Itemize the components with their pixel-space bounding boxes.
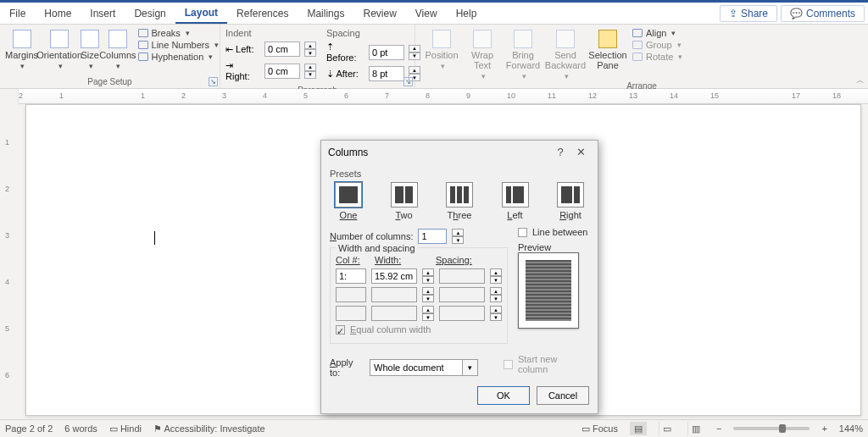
columns-button[interactable]: Columns▾ [99, 26, 136, 70]
spacing-before-input[interactable] [369, 45, 404, 60]
group-paragraph: Indent ⇤ Left:▲▼ ⇥ Right:▲▼ Spacing ⇡ Be… [220, 25, 415, 88]
web-layout-view-icon[interactable]: ▥ [687, 422, 704, 435]
align-button[interactable]: Align▾ [632, 28, 682, 38]
equal-width-label: Equal column width [350, 324, 431, 335]
align-icon [632, 29, 643, 37]
preview-label: Preview [518, 242, 589, 252]
tab-insert[interactable]: Insert [81, 3, 125, 24]
breaks-icon [138, 29, 148, 37]
zoom-out-icon[interactable]: − [716, 423, 721, 434]
indent-left-down[interactable]: ▼ [304, 49, 316, 57]
tab-layout[interactable]: Layout [175, 3, 227, 24]
share-icon: ⇪ [729, 8, 737, 19]
page-setup-dialog-launcher[interactable]: ↘ [209, 77, 218, 86]
width-header: Width: [375, 255, 429, 265]
indent-left-input[interactable] [264, 41, 300, 57]
tab-help[interactable]: Help [447, 3, 487, 24]
width-spacing-group: Width and spacing Col #:Width:Spacing: ▲… [330, 247, 508, 344]
send-backward-button[interactable]: Send Backward▾ [544, 26, 587, 80]
preset-right[interactable]: Right [557, 182, 584, 220]
tab-design[interactable]: Design [125, 3, 175, 24]
num-columns-input[interactable] [418, 229, 447, 244]
presets-label: Presets [330, 169, 589, 179]
indent-left-up[interactable]: ▲ [304, 41, 316, 49]
paragraph-dialog-launcher[interactable]: ↘ [403, 77, 413, 86]
group-button[interactable]: Group▾ [632, 40, 682, 50]
breaks-button[interactable]: Breaks▾ [138, 28, 219, 38]
tab-references[interactable]: References [227, 3, 298, 24]
width-spacing-legend: Width and spacing [336, 243, 418, 253]
tab-file[interactable]: File [0, 3, 35, 24]
page-status[interactable]: Page 2 of 2 [5, 423, 53, 434]
size-button[interactable]: Size▾ [81, 26, 99, 70]
tab-mailings[interactable]: Mailings [298, 3, 353, 24]
num-cols-up[interactable]: ▲ [452, 229, 464, 236]
word-count[interactable]: 6 words [64, 423, 97, 434]
print-layout-view-icon[interactable]: ▤ [630, 422, 647, 435]
zoom-slider[interactable] [733, 427, 810, 430]
status-bar: Page 2 of 2 6 words ▭ Hindi ⚑ Accessibil… [0, 419, 868, 437]
line-numbers-button[interactable]: Line Numbers▾ [138, 40, 219, 50]
wrap-text-button[interactable]: Wrap Text▾ [463, 26, 502, 80]
col-header: Col #: [336, 255, 368, 265]
columns-dialog: Columns ? ✕ Presets One Two Three Left R… [320, 140, 598, 414]
position-icon [432, 30, 451, 48]
indent-right-input[interactable] [264, 64, 300, 79]
margins-button[interactable]: Margins▾ [5, 26, 38, 70]
indent-right-up[interactable]: ▲ [304, 64, 316, 71]
preset-left[interactable]: Left [502, 182, 529, 220]
corner-box [0, 89, 19, 104]
share-button[interactable]: ⇪Share [720, 5, 777, 22]
ruler-row: 211234567891011121314151718 [0, 89, 868, 104]
page-setup-label: Page Setup [5, 76, 214, 86]
preset-three[interactable]: Three [446, 182, 473, 220]
apply-to-drop[interactable]: ▾ [463, 359, 478, 376]
columns-icon [108, 30, 127, 48]
position-button[interactable]: Position▾ [420, 26, 463, 70]
bring-icon [514, 30, 532, 48]
tab-home[interactable]: Home [35, 3, 81, 24]
indent-label: Indent [225, 28, 316, 38]
group-arrange: Position▾ Wrap Text▾ Bring Forward▾ Send… [415, 25, 868, 88]
read-mode-view-icon[interactable]: ▭ [659, 422, 676, 435]
ok-button[interactable]: OK [477, 386, 530, 405]
selection-pane-button[interactable]: Selection Pane [587, 26, 629, 70]
hyphenation-button[interactable]: Hyphenation▾ [138, 52, 219, 62]
preview-box [518, 252, 579, 329]
tab-review[interactable]: Review [353, 3, 405, 24]
horizontal-ruler[interactable]: 211234567891011121314151718 [19, 89, 868, 104]
tab-view[interactable]: View [406, 3, 447, 24]
line-numbers-icon [138, 41, 148, 49]
preset-one[interactable]: One [335, 182, 362, 220]
zoom-level[interactable]: 144% [839, 423, 863, 434]
apply-to-combo[interactable]: ▾ [370, 359, 478, 376]
help-icon[interactable]: ? [550, 146, 570, 158]
group-page-setup: Margins▾ Orientation▾ Size▾ Columns▾ Bre… [0, 25, 220, 88]
line-between-checkbox[interactable] [518, 228, 527, 237]
rotate-button[interactable]: Rotate▾ [632, 52, 682, 62]
orientation-button[interactable]: Orientation▾ [38, 26, 81, 70]
rotate-icon [632, 53, 643, 61]
num-cols-down[interactable]: ▼ [452, 236, 464, 244]
dialog-title: Columns [328, 147, 368, 158]
collapse-ribbon-icon[interactable]: ︿ [856, 75, 865, 86]
zoom-in-icon[interactable]: + [821, 423, 826, 434]
spacing-label: Spacing [326, 28, 420, 38]
vertical-ruler[interactable]: 123456 [0, 104, 19, 419]
focus-mode[interactable]: ▭ Focus [581, 423, 618, 434]
equal-width-checkbox[interactable]: ✓ [336, 325, 345, 335]
hyphenation-icon [138, 53, 148, 61]
language-status[interactable]: ▭ Hindi [109, 423, 142, 434]
comment-icon: 💬 [790, 8, 803, 19]
spacing-after-input[interactable] [369, 66, 404, 81]
margins-icon [13, 30, 31, 48]
indent-right-down[interactable]: ▼ [304, 71, 316, 79]
accessibility-status[interactable]: ⚑ Accessibility: Investigate [153, 423, 265, 434]
comments-button[interactable]: 💬Comments [781, 5, 865, 22]
bring-forward-button[interactable]: Bring Forward▾ [502, 26, 544, 80]
col1-width[interactable] [371, 268, 417, 284]
cancel-button[interactable]: Cancel [537, 386, 589, 405]
preset-two[interactable]: Two [391, 182, 418, 220]
close-icon[interactable]: ✕ [570, 146, 591, 158]
selection-icon [598, 30, 617, 48]
